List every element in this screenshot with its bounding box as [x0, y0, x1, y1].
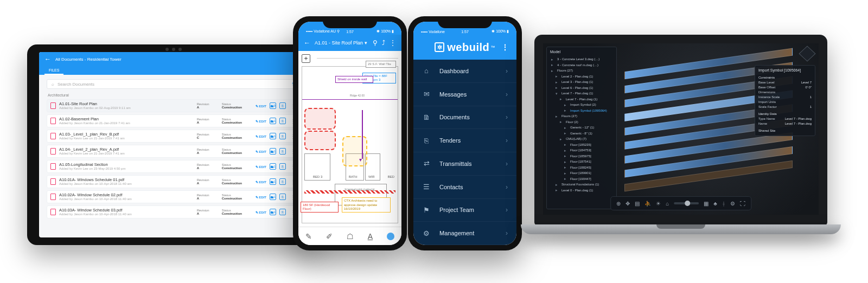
nav-item-tenders[interactable]: ⎘Tenders›	[413, 129, 516, 152]
folder-button[interactable]: 🖿1	[270, 194, 276, 200]
tree-node[interactable]: ▸Import Symbol (1095064)	[550, 108, 613, 114]
tree-node[interactable]: ▸Floor (2)	[550, 119, 613, 125]
markup-cloud-red[interactable]	[304, 131, 336, 150]
measure-icon[interactable]: ⟊	[722, 201, 725, 207]
twisty-icon[interactable]: ▸	[564, 171, 568, 177]
document-row[interactable]: A1.01-Site Roof PlanAdded by Jason Kambo…	[47, 99, 301, 112]
twisty-icon[interactable]: ▸	[560, 137, 564, 143]
twisty-icon[interactable]: ▸	[560, 119, 564, 125]
edit-button[interactable]: ✎ EDIT	[256, 210, 266, 214]
tree-node[interactable]: ▸Floors (27)	[550, 114, 613, 120]
twisty-icon[interactable]: ▸	[560, 97, 564, 102]
twisty-icon[interactable]: ▸	[556, 114, 559, 120]
twisty-icon[interactable]: ▾	[556, 91, 559, 97]
tree-node[interactable]: ▸Floor [185975]	[550, 153, 613, 159]
tree-node[interactable]: ▸Generic - 12" (1)	[550, 125, 613, 131]
fullscreen-icon[interactable]: ⛶	[740, 201, 745, 207]
markup-cloud-red[interactable]	[304, 108, 336, 130]
edit-button[interactable]: ✎ EDIT	[256, 150, 266, 153]
plan-canvas[interactable]: + Ridge 42.00 BED 3 BATH WIR BED TOWNHOU…	[298, 51, 401, 227]
tree-node[interactable]: ▸Level 2 - Plan.dwg (1)	[550, 74, 613, 80]
more-icon[interactable]: ⋮	[501, 43, 509, 52]
document-row[interactable]: A1.03-_Level_1_plan_Rev_B.pdfAdded by Ke…	[47, 130, 301, 143]
document-row[interactable]: A1.04-_Level_2_plan_Rev_A.pdfAdded by Ke…	[47, 145, 301, 158]
tab-files[interactable]: FILES	[44, 67, 63, 75]
folder-button[interactable]: 🖿1	[270, 178, 276, 185]
annotation-note[interactable]: 29 S.F. Wall Tile	[366, 61, 396, 68]
tree-node[interactable]: ▸Floor [188245]	[550, 165, 613, 171]
twisty-icon[interactable]: ▸	[551, 68, 555, 74]
camera-icon[interactable]: ⌂	[666, 201, 669, 207]
edit-button[interactable]: ✎ EDIT	[256, 165, 266, 169]
twisty-icon[interactable]: ▸	[564, 131, 568, 137]
twisty-icon[interactable]: ▸	[556, 80, 559, 86]
nav-item-project-team[interactable]: ⚑Project Team›	[413, 199, 516, 222]
tree-node[interactable]: ▸Level 7 - Plan.dwg (1)	[550, 97, 613, 102]
attachment-icon[interactable]: ⚲	[373, 39, 378, 47]
tree-node[interactable]: ▸Floors (27)	[550, 68, 613, 74]
text-icon[interactable]: A	[368, 232, 373, 241]
annotation-note[interactable]: Shield on inside wall	[335, 76, 373, 83]
twisty-icon[interactable]: ▸	[556, 188, 559, 194]
sun-icon[interactable]: ☀	[656, 201, 661, 207]
tree-node[interactable]: ▸Level 6 - Plan.dwg (1)	[550, 85, 613, 91]
copy-button[interactable]: ⎘	[279, 178, 286, 185]
document-row[interactable]: A1.02-Basement PlanAdded by Jason Kambo …	[47, 114, 301, 127]
explode-slider[interactable]	[674, 202, 699, 204]
highlighter-icon[interactable]: ✐	[326, 232, 333, 241]
back-icon[interactable]: ←	[44, 55, 51, 63]
back-icon[interactable]: ←	[304, 39, 310, 47]
twisty-icon[interactable]: ▸	[564, 165, 568, 171]
tree-node[interactable]: ▸4 - Concrete roof m.dwg (…)	[550, 62, 613, 68]
tree-node[interactable]: ▸Generic - 8" (1)	[550, 131, 613, 137]
markup-cloud-yellow[interactable]	[342, 136, 367, 166]
folder-button[interactable]: 🖿9	[270, 102, 276, 109]
tree-node[interactable]: ▸CMU(LAB) (7)	[550, 137, 613, 143]
edit-button[interactable]: ✎ EDIT	[256, 104, 266, 108]
person-icon[interactable]: ⛹	[644, 201, 651, 207]
document-row[interactable]: A1.05-Longitudinal SectionAdded by Kevin…	[47, 160, 301, 173]
tree-node[interactable]: ▸Floor [190447]	[550, 176, 613, 182]
edit-button[interactable]: ✎ EDIT	[256, 180, 266, 184]
document-row[interactable]: A10.02A- Window Schedule 02.pdfAdded by …	[47, 190, 301, 203]
section-icon[interactable]: ▤	[635, 201, 640, 207]
nav-item-messages[interactable]: ✉Messages›	[413, 83, 516, 106]
tree-node[interactable]: ▸Floor [184753]	[550, 148, 613, 154]
copy-button[interactable]: ⎘	[279, 102, 286, 109]
settings-icon[interactable]: ⚙	[730, 201, 735, 207]
folder-button[interactable]: 🖿1	[270, 133, 276, 139]
twisty-icon[interactable]: ▸	[564, 102, 568, 108]
share-icon[interactable]: ⤴	[382, 39, 385, 47]
tree-node[interactable]: ▸Level 0 - Plan.dwg (1)	[550, 188, 613, 194]
edit-button[interactable]: ✎ EDIT	[256, 119, 266, 123]
pan-icon[interactable]: ✥	[626, 201, 630, 207]
tree-node[interactable]: ▸3 - Concrete Level 3.dwg (…)	[550, 57, 613, 63]
color-picker-icon[interactable]	[387, 233, 394, 240]
folder-button[interactable]: 🖿1	[270, 148, 276, 155]
twisty-icon[interactable]: ▸	[564, 176, 568, 182]
tree-node[interactable]: ▸Structural Foundations (1)	[550, 182, 613, 188]
properties-panel[interactable]: Import Symbol [1095064] Constraints Base…	[755, 65, 815, 136]
annotation-note[interactable]: CTX Architects need to approve design up…	[342, 197, 391, 213]
twisty-icon[interactable]: ▸	[564, 142, 568, 148]
plan-title[interactable]: A1.01 - Site Roof Plan ▾	[315, 40, 368, 46]
nav-item-contacts[interactable]: ☰Contacts›	[413, 176, 516, 199]
nav-item-dashboard[interactable]: ⌂Dashboard›	[413, 60, 516, 83]
nav-item-transmittals[interactable]: ⇄Transmittals›	[413, 152, 516, 176]
pen-icon[interactable]: ✎	[305, 232, 312, 241]
copy-button[interactable]: ⎘	[279, 133, 286, 139]
twisty-icon[interactable]: ▸	[564, 108, 568, 114]
layers-icon[interactable]: ▦	[704, 201, 709, 207]
annotation-note[interactable]: 180 SF (Hardwood Floor)	[301, 202, 339, 213]
folder-button[interactable]: 🖿1	[270, 163, 276, 170]
copy-button[interactable]: ⎘	[279, 209, 286, 215]
tree-node[interactable]: ▸Level 3 - Plan.dwg (1)	[550, 80, 613, 86]
add-button[interactable]: +	[302, 54, 310, 63]
edit-button[interactable]: ✎ EDIT	[256, 134, 266, 138]
copy-button[interactable]: ⎘	[279, 194, 286, 200]
tree-node[interactable]: ▸Floor [187541]	[550, 159, 613, 165]
tree-node[interactable]: ▸Import Symbol (2)	[550, 102, 613, 108]
more-icon[interactable]: ⋮	[390, 39, 396, 47]
document-row[interactable]: A10.03A- Window Schedule 03.pdfAdded by …	[47, 205, 301, 218]
tree-icon[interactable]: ♣	[713, 201, 717, 207]
